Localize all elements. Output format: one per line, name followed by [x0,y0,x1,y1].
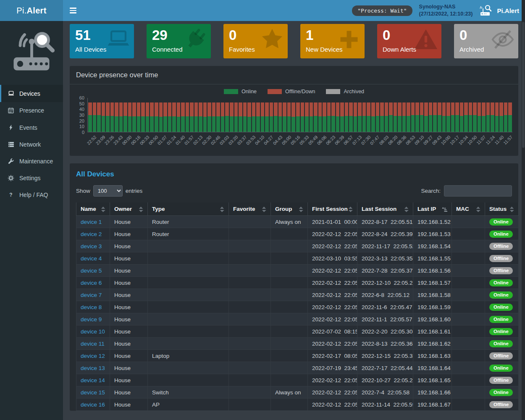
cell-group [271,301,308,313]
brand-logo[interactable]: Pi.Alert [0,0,63,21]
stacked-bar [181,102,185,132]
stacked-bar [110,102,114,132]
search-input[interactable] [444,185,512,197]
device-link[interactable]: device 10 [81,328,105,335]
device-link[interactable]: device 9 [81,316,102,323]
laptop-icon [7,90,15,97]
cell-first-session: 2022-02-12 22:05 [308,338,357,350]
sidebar-item-help-faq[interactable]: ?Help / FAQ [0,186,63,203]
device-link[interactable]: device 12 [81,353,105,359]
stacked-bar [389,102,393,132]
stacked-bar [163,102,167,132]
cell-group [271,313,308,326]
gear-icon [7,175,15,181]
device-link[interactable]: device 6 [81,280,102,286]
sidebar-item-settings[interactable]: Settings [0,170,63,186]
cell-status: Online [485,301,519,313]
nav-brand-label: Pi.Alert [497,7,519,14]
device-link[interactable]: device 2 [81,231,102,237]
cell-mac [452,265,485,277]
cell-status: Online [485,277,519,289]
device-link[interactable]: device 13 [81,365,105,371]
cell-last-ip: 192.168.1.61 [413,326,452,338]
card-archived[interactable]: 0Archived [454,24,518,58]
device-link[interactable]: device 5 [81,268,102,274]
column-header-last-ip[interactable]: Last IP [413,202,452,216]
y-tick-label: 20 [79,118,84,123]
star-icon [260,27,284,52]
y-tick-label: 0 [82,130,84,135]
x-tick-label: 01:24 [165,134,177,146]
stacked-bar [247,102,251,132]
card-new-devices[interactable]: 1New Devices [300,24,365,58]
column-header-last-session[interactable]: Last Session [357,202,413,216]
page-scrollbar[interactable] [522,0,525,420]
stacked-bar [446,102,450,132]
column-header-first-session[interactable]: First Session [308,202,357,216]
column-header-mac[interactable]: MAC [452,202,485,216]
hamburger-icon[interactable] [63,0,83,21]
device-link[interactable]: device 11 [81,341,105,347]
sidebar-item-events[interactable]: Events [0,119,63,136]
sidebar-item-maintenance[interactable]: Maintenance [0,153,63,170]
column-header-status[interactable]: Status [485,202,519,216]
legend-item-online[interactable]: Online [224,89,257,94]
table-row: device 8House2022-02-12 22:052022-11-6 2… [76,301,519,313]
device-link[interactable]: device 7 [81,292,102,298]
stacked-bar [256,102,260,132]
cell-name: device 11 [76,338,110,350]
stacked-bar [270,102,273,132]
cell-owner: House [110,362,148,374]
device-link[interactable]: device 16 [81,402,105,408]
summary-cards: 51All Devices29Connected0Favorites1New D… [70,24,518,58]
cell-first-session: 2022-02-12 22:05 [308,289,357,301]
stacked-bar [323,102,326,132]
stacked-bar [221,102,225,132]
sidebar-item-network[interactable]: Network [0,136,63,153]
x-tick-label: 02:30 [201,134,212,146]
stacked-bar [318,102,322,132]
device-link[interactable]: device 14 [81,377,105,383]
device-link[interactable]: device 4 [81,255,102,262]
cell-mac [452,338,485,350]
stacked-bar [234,102,238,132]
cell-name: device 12 [76,350,110,362]
column-header-type[interactable]: Type [148,202,229,216]
device-link[interactable]: device 8 [81,304,102,310]
sidebar-item-devices[interactable]: Devices [0,85,63,102]
legend-item-offline-down[interactable]: Offline/Down [268,89,315,94]
nas-info: Synology-NAS (27/12/2022, 12:10:23) [419,3,473,18]
x-tick-label: 10:34 [458,134,469,146]
device-link[interactable]: device 1 [81,219,102,225]
stacked-bar [340,102,344,132]
stacked-bar [186,102,189,132]
device-link[interactable]: device 3 [81,243,102,249]
cell-status: Online [485,362,519,374]
stacked-bar [478,102,481,132]
stacked-bar [230,102,234,132]
x-tick-label: 23:09 [94,134,106,146]
x-tick-label: 00:33 [139,134,150,146]
column-header-favorite[interactable]: Favorite [229,202,271,216]
nav-brand[interactable]: Pi.Alert [479,4,519,17]
sidebar-item-presence[interactable]: Presence [0,102,63,119]
cell-first-session: 2022-02-12 22:05 [308,399,357,411]
device-link[interactable]: device 15 [81,389,105,396]
cell-status: Online [485,386,519,399]
stacked-bar [155,102,158,132]
card-all-devices[interactable]: 51All Devices [70,24,134,58]
stacked-bar [137,102,141,132]
card-connected[interactable]: 29Connected [147,24,211,58]
page-scrollbar-thumb[interactable] [522,22,525,148]
card-down-alerts[interactable]: 0Down Alerts [377,24,441,58]
chart-y-axis: 0102030405060 [72,98,87,132]
card-favorites[interactable]: 0Favorites [223,24,288,58]
page-size-select[interactable]: 100 [93,185,123,197]
column-header-group[interactable]: Group [271,202,308,216]
column-header-name[interactable]: Name [76,202,110,216]
legend-item-archived[interactable]: Archived [326,89,364,94]
stacked-bar [203,102,207,132]
column-header-owner[interactable]: Owner [110,202,148,216]
cell-last-session: 2022-7-4 22:05.58 [357,386,413,399]
stacked-bar [225,102,229,132]
